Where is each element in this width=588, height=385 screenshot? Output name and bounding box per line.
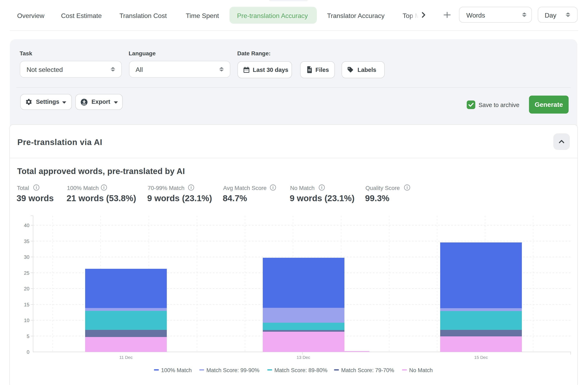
svg-text:Match Score: 79-70%: Match Score: 79-70% <box>341 367 394 373</box>
svg-text:100% Match: 100% Match <box>161 367 192 373</box>
svg-text:i: i <box>36 185 37 190</box>
svg-text:i: i <box>321 185 322 190</box>
svg-text:40: 40 <box>24 223 29 228</box>
svg-text:15: 15 <box>24 302 29 307</box>
svg-text:Match Score: 89-80%: Match Score: 89-80% <box>274 367 328 373</box>
svg-text:0: 0 <box>27 349 29 355</box>
svg-text:10: 10 <box>24 318 29 323</box>
svg-text:No Match: No Match <box>409 367 433 373</box>
svg-text:15 Dec: 15 Dec <box>474 355 488 360</box>
svg-text:i: i <box>103 185 105 190</box>
svg-text:11 Dec: 11 Dec <box>119 355 133 360</box>
svg-text:30: 30 <box>24 254 29 260</box>
svg-text:i: i <box>272 185 273 190</box>
svg-text:25: 25 <box>24 270 29 276</box>
svg-text:i: i <box>406 185 408 190</box>
svg-text:i: i <box>190 185 192 190</box>
svg-text:5: 5 <box>27 334 29 339</box>
svg-text:Match Score: 99-90%: Match Score: 99-90% <box>206 367 259 373</box>
svg-text:20: 20 <box>24 286 29 291</box>
svg-text:35: 35 <box>24 238 29 244</box>
svg-text:13 Dec: 13 Dec <box>297 355 310 360</box>
